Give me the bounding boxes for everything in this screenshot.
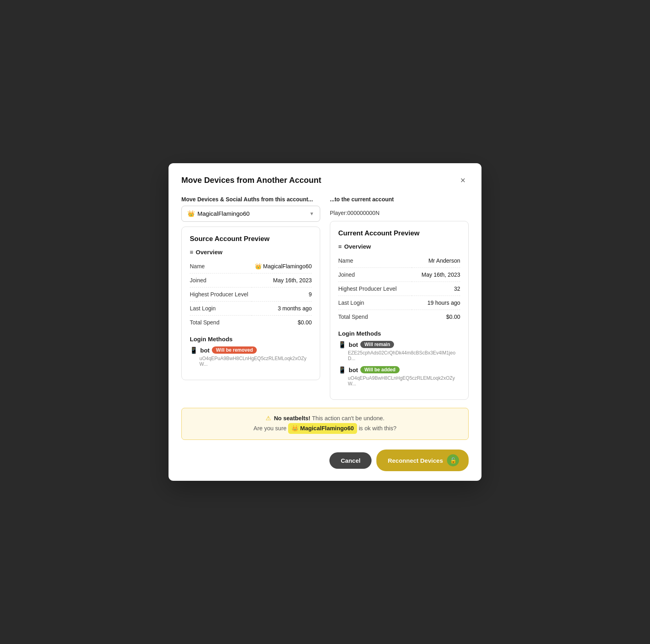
table-row: Name👑 MagicalFlamingo60 (190, 259, 312, 273)
target-overview-icon: ≡ (338, 243, 342, 250)
warning-account-highlight: 👑 MagicalFlamingo60 (288, 423, 357, 434)
source-login-methods: Login Methods 📱 bot Will be removed uO4q… (190, 336, 312, 367)
warning-box: ⚠ No seatbelts! This action can't be und… (181, 408, 469, 440)
method-name: bot (200, 347, 209, 354)
close-button[interactable]: × (457, 174, 469, 186)
row-value: 19 hours ago (412, 296, 460, 310)
cancel-button[interactable]: Cancel (329, 452, 372, 469)
row-label: Last Login (338, 296, 412, 310)
warning-line2: Are you sure 👑 MagicalFlamingo60 is ok w… (190, 423, 460, 434)
source-column: Move Devices & Social Auths from this ac… (181, 196, 320, 400)
source-login-methods-heading: Login Methods (190, 336, 312, 342)
row-value: May 16th, 2023 (252, 273, 312, 287)
chevron-down-icon: ▼ (309, 211, 314, 217)
table-row: Total Spend$0.00 (190, 315, 312, 329)
reconnect-button[interactable]: Reconnect Devices 🔓 (376, 450, 469, 471)
target-section-label: ...to the current account (330, 196, 469, 203)
target-column: ...to the current account Player:0000000… (330, 196, 469, 400)
method-key: EZE25cphAds02CrQhDk44m8cBScBx3Ev4lM1jeoD… (338, 350, 460, 361)
modal-dialog: Move Devices from Another Account × Move… (169, 163, 481, 481)
table-row: Highest Producer Level32 (338, 281, 460, 296)
row-label: Joined (190, 273, 252, 287)
account-select-inner: 👑 MagicalFlamingo60 (187, 210, 250, 217)
row-value: $0.00 (412, 310, 460, 324)
table-row: Highest Producer Level9 (190, 287, 312, 301)
login-method-item: 📱 bot Will be removed uO4qEPuA9BwH8CLnHg… (190, 346, 312, 367)
target-login-methods-heading: Login Methods (338, 330, 460, 337)
method-name: bot (349, 341, 358, 348)
table-row: JoinedMay 16th, 2023 (338, 267, 460, 281)
modal-title: Move Devices from Another Account (181, 176, 321, 185)
row-value: 32 (412, 281, 460, 296)
warning-account-name: MagicalFlamingo60 (300, 424, 354, 433)
method-name: bot (349, 367, 358, 373)
target-account-id: Player:000000000N (330, 206, 469, 216)
login-method-row: 📱 bot Will be removed (190, 346, 312, 354)
target-preview-box: Current Account Preview ≡ Overview NameM… (330, 221, 469, 400)
login-method-item: 📱 bot Will be added uO4qEPuA9BwH8CLnHgEQ… (338, 366, 460, 387)
source-section-label: Move Devices & Social Auths from this ac… (181, 196, 320, 203)
row-value: 👑 MagicalFlamingo60 (252, 259, 312, 273)
table-row: Total Spend$0.00 (338, 310, 460, 324)
modal-overlay: Move Devices from Another Account × Move… (0, 0, 650, 644)
columns-container: Move Devices & Social Auths from this ac… (181, 196, 469, 400)
row-value: $0.00 (252, 315, 312, 329)
row-label: Last Login (190, 301, 252, 315)
row-label: Joined (338, 267, 412, 281)
method-icon: 📱 (190, 346, 198, 354)
row-label: Name (338, 254, 412, 268)
login-method-row: 📱 bot Will remain (338, 341, 460, 348)
login-method-item: 📱 bot Will remain EZE25cphAds02CrQhDk44m… (338, 341, 460, 361)
warning-bold-text: No seatbelts! (274, 415, 311, 421)
row-label: Name (190, 259, 252, 273)
table-row: NameMr Anderson (338, 254, 460, 268)
method-badge: Will remain (360, 341, 394, 348)
source-account-name: MagicalFlamingo60 (197, 210, 250, 217)
warning-icon: ⚠ (266, 415, 271, 421)
table-row: Last Login3 months ago (190, 301, 312, 315)
table-row: JoinedMay 16th, 2023 (190, 273, 312, 287)
modal-header: Move Devices from Another Account × (181, 174, 469, 186)
warning-line1: ⚠ No seatbelts! This action can't be und… (190, 414, 460, 423)
row-value: May 16th, 2023 (412, 267, 460, 281)
footer-buttons: Cancel Reconnect Devices 🔓 (181, 450, 469, 471)
source-overview-heading: ≡ Overview (190, 249, 312, 255)
source-account-emoji: 👑 (187, 210, 195, 217)
source-overview-icon: ≡ (190, 249, 193, 255)
method-badge: Will be removed (212, 346, 257, 354)
target-overview-heading: ≡ Overview (338, 243, 460, 250)
method-icon: 📱 (338, 341, 346, 348)
target-login-methods: Login Methods 📱 bot Will remain EZE25cph… (338, 330, 460, 387)
reconnect-label: Reconnect Devices (388, 457, 443, 464)
method-badge: Will be added (360, 366, 399, 373)
source-overview-table: Name👑 MagicalFlamingo60JoinedMay 16th, 2… (190, 259, 312, 329)
row-label: Highest Producer Level (190, 287, 252, 301)
warning-text: This action can't be undone. (312, 415, 384, 421)
method-icon: 📱 (338, 366, 346, 374)
method-key: uO4qEPuA9BwH8CLnHgEQ5czRLEMLoqk2xOZyW... (190, 356, 312, 367)
reconnect-icon: 🔓 (447, 454, 459, 466)
row-label: Total Spend (190, 315, 252, 329)
target-preview-title: Current Account Preview (338, 229, 460, 237)
row-label: Highest Producer Level (338, 281, 412, 296)
table-row: Last Login19 hours ago (338, 296, 460, 310)
row-label: Total Spend (338, 310, 412, 324)
warning-account-emoji: 👑 (291, 424, 299, 433)
warning-confirm-prefix: Are you sure (254, 425, 288, 431)
login-method-row: 📱 bot Will be added (338, 366, 460, 374)
account-select-dropdown[interactable]: 👑 MagicalFlamingo60 ▼ (181, 206, 320, 222)
warning-confirm-suffix: is ok with this? (359, 425, 396, 431)
row-value: 3 months ago (252, 301, 312, 315)
method-key: uO4qEPuA9BwH8CLnHgEQ5czRLEMLoqk2xOZyW... (338, 375, 460, 387)
source-preview-title: Source Account Preview (190, 235, 312, 243)
row-value: 9 (252, 287, 312, 301)
target-overview-table: NameMr AndersonJoinedMay 16th, 2023Highe… (338, 254, 460, 324)
source-preview-box: Source Account Preview ≡ Overview Name👑 … (181, 227, 320, 380)
row-value: Mr Anderson (412, 254, 460, 268)
